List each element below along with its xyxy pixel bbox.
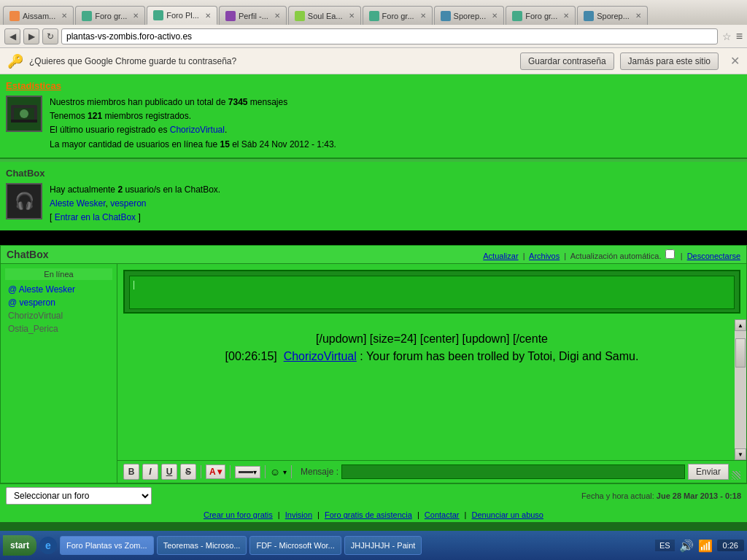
dash-icon bbox=[239, 471, 253, 473]
tab-close-4[interactable]: ✕ bbox=[349, 12, 355, 20]
forum-select[interactable]: Seleccionar un foro bbox=[6, 487, 152, 505]
invision-link[interactable]: Invision bbox=[285, 510, 312, 519]
key-icon: 🔑 bbox=[7, 53, 23, 69]
toolbar-separator-3 bbox=[265, 465, 266, 478]
tab-close-7[interactable]: ✕ bbox=[563, 12, 569, 20]
chevron-down-icon: ▾ bbox=[217, 467, 222, 477]
emoji-button[interactable]: ☺ bbox=[270, 466, 280, 478]
address-bar: ◀ ▶ ↻ ☆ ≡ bbox=[0, 25, 747, 48]
chatbox-panel-title: ChatBox bbox=[7, 249, 49, 260]
chat-message-container: [/updown] [size=24] [center] [updown] [/… bbox=[123, 325, 740, 370]
user2-link[interactable]: vesperon bbox=[110, 198, 146, 209]
taskbar-item-1[interactable]: Teoremas - Microso... bbox=[157, 536, 247, 555]
scroll-up-button[interactable]: ▲ bbox=[735, 319, 746, 331]
chat-msg-line2: [00:26:15] ChorizoVirtual : Your forum h… bbox=[138, 350, 726, 363]
emoji-dropdown[interactable]: ▾ bbox=[283, 468, 287, 476]
user-item-1[interactable]: @ vesperon bbox=[5, 296, 112, 309]
tab-1[interactable]: Foro gr... ✕ bbox=[75, 6, 145, 25]
bookmark-star[interactable]: ☆ bbox=[722, 31, 732, 42]
crear-foro-link[interactable]: Crear un foro gratis bbox=[204, 510, 273, 519]
svg-point-2 bbox=[20, 109, 28, 118]
tab-8[interactable]: Sporep... ✕ bbox=[577, 6, 648, 25]
stats-title: Estadísticas bbox=[6, 80, 741, 91]
enviar-button[interactable]: Enviar bbox=[688, 464, 729, 480]
actualizar-link[interactable]: Actualizar bbox=[483, 252, 518, 260]
chat-main: | [/updown] [size=24] [center] [updown] … bbox=[117, 264, 746, 483]
user1-link[interactable]: Aleste Wesker bbox=[50, 198, 105, 209]
never-save-button[interactable]: Jamás para este sitio bbox=[620, 52, 719, 70]
page-content: Estadísticas Nuestros miembros han publi… bbox=[0, 74, 747, 522]
tab-7[interactable]: Foro gr... ✕ bbox=[506, 6, 576, 25]
line-style-button[interactable]: ▾ bbox=[235, 466, 260, 478]
taskbar-item-3[interactable]: JHJHJHJH - Paint bbox=[344, 536, 422, 555]
tab-close-1[interactable]: ✕ bbox=[133, 12, 139, 20]
color-picker[interactable]: A ▾ bbox=[206, 464, 225, 479]
network-icon[interactable]: 📶 bbox=[698, 539, 713, 553]
tab-close-3[interactable]: ✕ bbox=[274, 12, 280, 20]
stats-icon bbox=[6, 96, 42, 132]
archivos-link[interactable]: Archivos bbox=[529, 252, 560, 260]
denunciar-link[interactable]: Denunciar un abuso bbox=[472, 510, 543, 519]
user-list: En línea @ Aleste Wesker @ vesperon Chor… bbox=[1, 264, 117, 483]
chat-toolbar: B I U S A ▾ ▾ ☺ ▾ bbox=[117, 460, 746, 483]
taskbar-item-2[interactable]: FDF - Microsoft Wor... bbox=[249, 536, 341, 555]
ie-icon[interactable]: e bbox=[39, 537, 57, 554]
tab-6[interactable]: Sporep... ✕ bbox=[434, 6, 505, 25]
desconectar-link[interactable]: Desconectarse bbox=[687, 252, 740, 260]
mensaje-input[interactable] bbox=[341, 464, 685, 479]
toolbar-separator-4 bbox=[291, 465, 292, 478]
datetime-display: Fecha y hora actual: Jue 28 Mar 2013 - 0… bbox=[581, 491, 741, 500]
chatbox-panel-body: En línea @ Aleste Wesker @ vesperon Chor… bbox=[1, 264, 746, 483]
tab-3[interactable]: Perfil -... ✕ bbox=[219, 6, 287, 25]
foro-asistencia-link[interactable]: Foro gratis de asistencia bbox=[325, 510, 412, 519]
user-item-0[interactable]: @ Aleste Wesker bbox=[5, 283, 112, 296]
text-cursor: | bbox=[133, 279, 135, 289]
chat-msg-line1: [/updown] [size=24] [center] [updown] [/… bbox=[138, 332, 726, 346]
scroll-thumb[interactable] bbox=[735, 338, 746, 368]
text-input-inner[interactable]: | bbox=[129, 276, 735, 309]
svg-rect-3 bbox=[11, 120, 37, 122]
resize-handle[interactable] bbox=[732, 471, 740, 480]
enter-chatbox-link[interactable]: Entrar en la ChatBox bbox=[55, 212, 136, 222]
auto-update-checkbox[interactable] bbox=[665, 249, 675, 259]
bold-button[interactable]: B bbox=[123, 464, 139, 480]
italic-button[interactable]: I bbox=[142, 464, 158, 480]
underline-button[interactable]: U bbox=[161, 464, 177, 480]
back-button[interactable]: ◀ bbox=[4, 28, 20, 44]
tab-close-2[interactable]: ✕ bbox=[205, 12, 211, 20]
tab-close-8[interactable]: ✕ bbox=[635, 12, 641, 20]
url-input[interactable] bbox=[61, 28, 718, 44]
password-bar-close[interactable]: ✕ bbox=[730, 54, 740, 68]
taskbar-item-0[interactable]: Foro Plantas vs Zom... bbox=[60, 536, 154, 555]
tab-close-6[interactable]: ✕ bbox=[492, 12, 498, 20]
tab-0[interactable]: Aissam... ✕ bbox=[3, 6, 74, 25]
volume-icon[interactable]: 🔊 bbox=[679, 539, 694, 553]
tab-4[interactable]: Soul Ea... ✕ bbox=[288, 6, 361, 25]
tab-5[interactable]: Foro gr... ✕ bbox=[363, 6, 433, 25]
contactar-link[interactable]: Contactar bbox=[425, 510, 460, 519]
chat-scrollbar[interactable]: ▲ ▼ bbox=[735, 319, 746, 460]
text-input-box[interactable]: | bbox=[123, 270, 740, 314]
chorizo-link[interactable]: ChorizoVirtual bbox=[284, 350, 357, 362]
chat-messages: [/updown] [size=24] [center] [updown] [/… bbox=[117, 319, 746, 460]
bottom-bar: Seleccionar un foro Fecha y hora actual:… bbox=[0, 483, 747, 508]
taskbar: start e Foro Plantas vs Zom... Teoremas … bbox=[0, 531, 747, 560]
scroll-down-button[interactable]: ▼ bbox=[735, 448, 746, 460]
tab-2[interactable]: Foro Pl... ✕ bbox=[147, 6, 217, 25]
black-divider bbox=[0, 230, 747, 245]
menu-button[interactable]: ≡ bbox=[736, 30, 743, 43]
strikethrough-button[interactable]: S bbox=[180, 464, 196, 480]
save-password-button[interactable]: Guardar contraseña bbox=[520, 52, 614, 70]
chatbox-mini-section: ChatBox 🎧 Hay actualmente 2 usuario/s en… bbox=[0, 162, 747, 231]
tab-close-5[interactable]: ✕ bbox=[420, 12, 426, 20]
last-user-link[interactable]: ChorizoVirtual bbox=[170, 125, 225, 135]
refresh-button[interactable]: ↻ bbox=[42, 28, 58, 44]
forward-button[interactable]: ▶ bbox=[23, 28, 39, 44]
scroll-track[interactable] bbox=[735, 331, 746, 448]
tab-close-0[interactable]: ✕ bbox=[61, 12, 67, 20]
start-button[interactable]: start bbox=[3, 535, 36, 556]
user-item-3[interactable]: Ostia_Perica bbox=[5, 322, 112, 335]
user-item-2[interactable]: ChorizoVirtual bbox=[5, 309, 112, 322]
chatbox-mini-row: 🎧 Hay actualmente 2 usuario/s en la Chat… bbox=[6, 183, 741, 225]
footer-links: Crear un foro gratis | Invision | Foro g… bbox=[0, 508, 747, 522]
